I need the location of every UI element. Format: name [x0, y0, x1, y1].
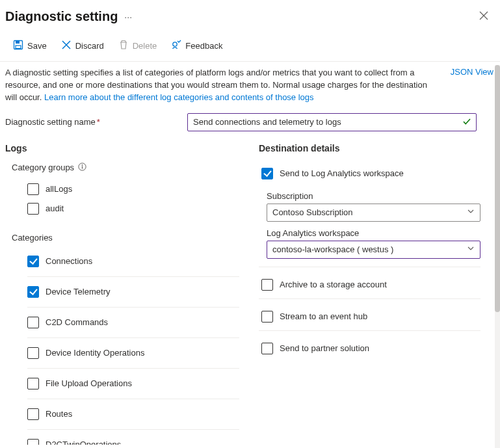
- dest-archive-block: Archive to a storage account: [259, 274, 480, 299]
- discard-label: Discard: [75, 41, 104, 51]
- name-input-wrap: [187, 113, 477, 131]
- workspace-value: contoso-la-workspace ( westus ): [272, 244, 393, 254]
- name-label: Diagnostic setting name*: [5, 117, 187, 127]
- group-0-checkbox[interactable]: [27, 183, 39, 195]
- destinations-column: Destination details Send to Log Analytic…: [259, 143, 493, 445]
- feedback-label: Feedback: [185, 41, 222, 51]
- toolbar: Save Discard Delete Feedback: [0, 27, 500, 62]
- category-0-label: Connections: [46, 256, 92, 266]
- content-area: A diagnostic setting specifies a list of…: [0, 62, 500, 445]
- category-2-label: C2D Commands: [46, 317, 108, 327]
- dest-law-checkbox[interactable]: [261, 168, 273, 179]
- dest-archive-label: Archive to a storage account: [280, 280, 387, 289]
- category-0-checkbox[interactable]: [27, 256, 39, 267]
- category-groups-label: Category groups: [12, 163, 239, 173]
- subscription-select[interactable]: Contoso Subscription: [267, 204, 480, 222]
- dest-partner-label: Send to partner solution: [280, 343, 369, 353]
- name-row: Diagnostic setting name*: [5, 113, 493, 131]
- panel-header: Diagnostic setting ···: [0, 0, 500, 27]
- more-icon[interactable]: ···: [124, 12, 132, 21]
- delete-button: Delete: [112, 37, 164, 55]
- delete-icon: [118, 40, 129, 52]
- close-icon[interactable]: [479, 11, 488, 22]
- dest-law-body: Subscription Contoso Subscription Log An…: [267, 191, 480, 264]
- dest-partner-checkbox[interactable]: [261, 343, 273, 354]
- categories-label: Categories: [12, 233, 239, 243]
- dest-law-header[interactable]: Send to Log Analytics workspace: [261, 163, 480, 185]
- info-icon[interactable]: [78, 163, 86, 173]
- dest-eventhub-label: Stream to an event hub: [280, 311, 367, 321]
- subscription-label: Subscription: [267, 191, 480, 201]
- category-6-row[interactable]: D2CTwinOperations: [27, 430, 239, 445]
- category-4-row[interactable]: File Upload Operations: [27, 369, 239, 399]
- svg-point-3: [173, 42, 177, 46]
- save-icon: [13, 40, 23, 52]
- save-button[interactable]: Save: [7, 37, 53, 55]
- category-groups-text: Category groups: [12, 163, 74, 172]
- group-0-row[interactable]: allLogs: [27, 179, 239, 199]
- svg-point-5: [82, 164, 83, 165]
- scrollbar[interactable]: [495, 65, 500, 448]
- category-1-label: Device Telemetry: [46, 287, 110, 296]
- category-5-checkbox[interactable]: [27, 408, 39, 420]
- delete-label: Delete: [133, 41, 157, 51]
- dest-eventhub-block: Stream to an event hub: [259, 306, 480, 331]
- svg-rect-1: [16, 41, 20, 44]
- save-label: Save: [27, 41, 47, 51]
- category-2-checkbox[interactable]: [27, 317, 39, 328]
- category-1-row[interactable]: Device Telemetry: [27, 277, 239, 308]
- svg-rect-2: [16, 46, 21, 49]
- category-6-checkbox[interactable]: [27, 439, 39, 445]
- destinations-heading: Destination details: [259, 143, 480, 153]
- page-title: Diagnostic setting: [5, 9, 118, 24]
- category-4-label: File Upload Operations: [46, 378, 132, 388]
- name-label-text: Diagnostic setting name: [5, 117, 96, 127]
- categories-list: ConnectionsDevice TelemetryC2D CommandsD…: [5, 246, 239, 445]
- category-5-row[interactable]: Routes: [27, 399, 239, 430]
- category-6-label: D2CTwinOperations: [46, 440, 121, 445]
- dest-law-label: Send to Log Analytics workspace: [280, 168, 404, 178]
- discard-icon: [61, 40, 72, 52]
- group-0-label: allLogs: [46, 184, 72, 194]
- logs-heading: Logs: [5, 143, 239, 153]
- category-4-checkbox[interactable]: [27, 378, 39, 389]
- subscription-value: Contoso Subscription: [272, 207, 353, 217]
- chevron-down-icon: [467, 244, 475, 254]
- category-1-checkbox[interactable]: [27, 286, 39, 298]
- dest-partner-block: Send to partner solution: [259, 337, 480, 362]
- feedback-icon: [171, 40, 181, 52]
- learn-more-link[interactable]: Learn more about the different log categ…: [44, 92, 314, 102]
- json-view-link[interactable]: JSON View: [451, 67, 493, 104]
- category-3-label: Device Identity Operations: [46, 348, 144, 358]
- diagnostic-name-input[interactable]: [187, 113, 477, 131]
- workspace-select[interactable]: contoso-la-workspace ( westus ): [267, 241, 480, 259]
- svg-rect-6: [82, 166, 83, 168]
- group-1-label: audit: [46, 204, 64, 213]
- category-2-row[interactable]: C2D Commands: [27, 308, 239, 338]
- valid-check-icon: [462, 117, 471, 128]
- scrollbar-thumb[interactable]: [495, 65, 500, 312]
- feedback-button[interactable]: Feedback: [164, 37, 229, 55]
- group-1-row[interactable]: audit: [27, 199, 239, 218]
- dest-eventhub-checkbox[interactable]: [261, 311, 273, 323]
- chevron-down-icon: [467, 207, 475, 217]
- dest-law-block: Send to Log Analytics workspace Subscrip…: [259, 163, 480, 267]
- dest-partner-header[interactable]: Send to partner solution: [261, 337, 480, 360]
- category-groups-list: allLogsaudit: [5, 179, 239, 218]
- category-5-label: Routes: [46, 409, 72, 419]
- discard-button[interactable]: Discard: [55, 37, 111, 55]
- description-text: A diagnostic setting specifies a list of…: [5, 67, 438, 104]
- category-0-row[interactable]: Connections: [27, 246, 239, 277]
- required-mark: *: [97, 117, 100, 127]
- group-1-checkbox[interactable]: [27, 203, 39, 215]
- dest-eventhub-header[interactable]: Stream to an event hub: [261, 306, 480, 328]
- category-3-row[interactable]: Device Identity Operations: [27, 338, 239, 369]
- logs-column: Logs Category groups allLogsaudit Catego…: [5, 143, 239, 445]
- category-3-checkbox[interactable]: [27, 347, 39, 359]
- workspace-label: Log Analytics workspace: [267, 228, 480, 238]
- dest-archive-checkbox[interactable]: [261, 279, 273, 291]
- dest-archive-header[interactable]: Archive to a storage account: [261, 274, 480, 296]
